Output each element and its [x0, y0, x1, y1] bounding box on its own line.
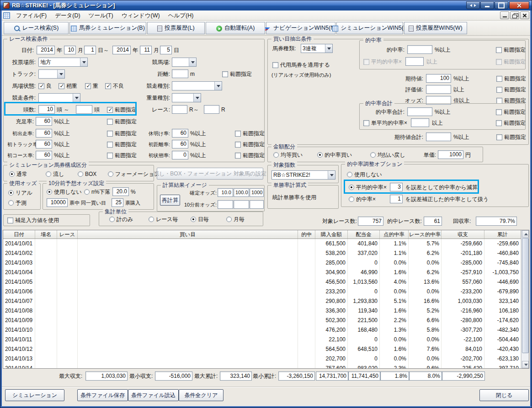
aggregate-per-month-radio[interactable]: 月毎 — [226, 215, 245, 224]
table-row[interactable]: 2014/10/13 202,700 0 0.0% 0.0% -202,700 … — [3, 354, 521, 364]
table-row[interactable]: 2014/10/12 564,500 648,510 1.6% 7.6% 84,… — [3, 344, 521, 354]
vertical-scrollbar[interactable] — [521, 230, 529, 368]
table-row[interactable]: 2014/10/03 285,000 0 0.0% 0.0% -285,000 … — [3, 258, 521, 268]
forecast-votes-input[interactable]: 10000 — [47, 198, 68, 207]
navigation-win5-button[interactable]: ナビゲーションWIN5(N) — [266, 22, 335, 34]
header-total[interactable]: 累計 — [484, 230, 521, 238]
maximize-button[interactable] — [495, 1, 508, 9]
amount-equal-return-radio[interactable]: 均払い戻し — [370, 150, 405, 159]
table-row[interactable]: 2014/10/08 336,300 119,340 1.6% 5.2% -21… — [3, 306, 521, 316]
header-venue[interactable]: 場名 — [35, 230, 57, 238]
evaluation-input[interactable] — [426, 85, 451, 94]
fixed-odds-input-1[interactable]: 10.0 — [218, 188, 233, 197]
date-to-year-input[interactable]: 2014 — [112, 46, 131, 54]
table-row[interactable]: 2014/10/04 304,900 46,990 1.6% 6.2% -257… — [3, 268, 521, 277]
header-payout[interactable]: 配当金 — [348, 230, 380, 238]
avg-hit-rate-checkbox[interactable]: 平均的中率× — [363, 57, 402, 66]
tan-avg-hit-rate-input[interactable] — [411, 118, 429, 127]
amount-hit-rate-radio[interactable]: 的中率買い — [317, 150, 352, 159]
table-row[interactable]: 2014/10/09 502,300 221,500 2.2% 6.6% -28… — [3, 316, 521, 325]
first-run-input[interactable]: 60 — [36, 129, 52, 138]
adjust-none-radio[interactable]: 使用しない — [347, 170, 382, 179]
race-search-button[interactable]: レース検索(S) — [4, 22, 69, 34]
aggregate-total-only-radio[interactable]: 計のみ — [109, 215, 133, 224]
rest-return-input[interactable]: 60 — [172, 129, 188, 138]
track-select[interactable] — [38, 69, 65, 79]
vote-history-button[interactable]: 投票履歴(L) — [147, 22, 205, 34]
table-row[interactable]: 2014/10/11 22,100 0 0.0% 0.0% -22,100 -5… — [3, 335, 521, 344]
first-course-range-checkbox[interactable]: 範囲指定 — [107, 151, 137, 160]
scrollbar-thumb[interactable] — [522, 238, 529, 353]
header-race[interactable]: レース — [57, 230, 78, 238]
first-dist-range-checkbox[interactable]: 範囲指定 — [235, 140, 265, 149]
tan-avg-range-checkbox[interactable]: 範囲指定 — [496, 118, 526, 127]
aggregate-per-day-radio[interactable]: 日毎 — [191, 215, 209, 224]
menu-item-window[interactable]: ウィンドウ(W) — [117, 11, 164, 21]
baba-heavy-checkbox[interactable]: 重 — [85, 81, 98, 90]
venue-select[interactable] — [172, 58, 197, 67]
load-condition-file-button[interactable]: 条件ファイル読込 — [128, 389, 179, 401]
hit-rate-sum-input[interactable] — [407, 107, 432, 116]
header-date[interactable]: 日付 — [3, 230, 35, 238]
substitute-ticket-checkbox[interactable]: 代用馬券を適用する — [272, 60, 330, 69]
forecast-none-radio[interactable]: 使用しない — [47, 187, 82, 196]
avg-hit-rate-input[interactable] — [405, 57, 424, 66]
first-course-input[interactable]: 60 — [36, 151, 52, 159]
menu-item-data[interactable]: データ(D) — [51, 11, 84, 21]
composition-box-radio[interactable]: BOX — [78, 170, 96, 179]
header-purchase[interactable]: 購入金額 — [315, 230, 348, 238]
title-bar[interactable]: RB☆STRIKE! - [馬券シミュレーション] — [0, 0, 532, 11]
clear-all-conditions-button[interactable]: 条件全クリア — [179, 389, 223, 401]
place-select[interactable]: 地方 — [38, 58, 88, 67]
odds-real-radio[interactable]: リアル — [8, 188, 32, 197]
baba-good-checkbox[interactable]: 良 — [38, 81, 52, 90]
aggregate-per-race-radio[interactable]: レース毎 — [149, 215, 178, 224]
rest-return-range-checkbox[interactable]: 範囲指定 — [235, 129, 265, 138]
table-row[interactable]: 2014/10/05 456,500 1,013,560 4.0% 13.6% … — [3, 277, 521, 287]
first-run-range-checkbox[interactable]: 範囲指定 — [107, 129, 137, 138]
forecast-drop-radio[interactable]: n%下落 — [84, 187, 110, 196]
baba-slightly-heavy-checkbox[interactable]: 稍重 — [59, 81, 77, 90]
fixed-odds-input-3[interactable]: 1000 — [250, 188, 264, 197]
adjust-avg-radio[interactable]: 平均的中率× — [349, 183, 387, 192]
close-button[interactable] — [509, 1, 529, 9]
scrollbar-down-button[interactable] — [522, 361, 529, 368]
table-row[interactable]: 2014/10/07 290,800 1,293,830 5.1% 16.6% … — [3, 297, 521, 306]
header-point-rate[interactable]: 点的中率 — [380, 230, 409, 238]
first-track-input[interactable]: 60 — [36, 140, 52, 148]
mdi-child-icon[interactable] — [3, 12, 10, 19]
adjust-hit-radio[interactable]: 的中率× — [349, 195, 376, 204]
before-odds-input-1[interactable] — [218, 200, 233, 209]
hit-rate-range-checkbox[interactable]: 範囲指定 — [496, 45, 526, 54]
close-dialog-button[interactable]: 閉じる — [479, 389, 529, 401]
minimize-button[interactable] — [480, 1, 494, 9]
header-balance[interactable]: 収支 — [442, 230, 484, 238]
date-from-year-input[interactable]: 2014 — [37, 46, 55, 54]
baba-bad-checkbox[interactable]: 不良 — [105, 81, 124, 90]
simulation-button[interactable]: シミュレーション — [5, 389, 64, 401]
race-no-to-input[interactable] — [204, 105, 219, 114]
odds-predict-radio[interactable]: 予測 — [8, 198, 27, 207]
expectation-sum-range-checkbox[interactable]: 範囲指定 — [496, 132, 526, 142]
first-track-range-checkbox[interactable]: 範囲指定 — [107, 140, 137, 149]
mdi-close-button[interactable] — [520, 11, 529, 19]
expectation-sum-input[interactable] — [426, 132, 451, 141]
vote-history-win5-button[interactable]: 投票履歴WIN5(W) — [404, 22, 467, 34]
date-from-month-input[interactable]: 10 — [64, 46, 76, 54]
expectation-range-checkbox[interactable]: 範囲指定 — [496, 74, 526, 83]
date-from-day-input[interactable]: 1 — [84, 46, 96, 54]
unit-price-input[interactable]: 1000 — [438, 150, 463, 159]
race-kind-select[interactable] — [172, 81, 222, 90]
composition-normal-radio[interactable]: 通常 — [9, 170, 27, 179]
heads-range-checkbox[interactable]: 範囲指定 — [107, 105, 137, 114]
switch-window-button[interactable] — [466, 1, 480, 9]
supplement-input-checkbox[interactable]: 補足入力値を使用 — [7, 216, 59, 225]
fixed-odds-input-2[interactable]: 100.0 — [234, 188, 249, 197]
menu-item-help[interactable]: ヘルプ(H) — [164, 11, 198, 21]
composition-nagashi-radio[interactable]: 流し — [46, 170, 64, 179]
forecast-buy-input[interactable]: 25 — [112, 198, 123, 207]
tan-avg-hit-rate-checkbox[interactable]: 単平均的中率× — [363, 118, 407, 127]
table-row[interactable]: 2014/10/06 233,200 0 0.0% 0.0% -233,200 … — [3, 287, 521, 297]
fill-rate-range-checkbox[interactable]: 範囲指定 — [107, 117, 137, 126]
table-row[interactable]: 2014/10/02 538,200 337,020 1.1% 6.2% -20… — [3, 249, 521, 258]
